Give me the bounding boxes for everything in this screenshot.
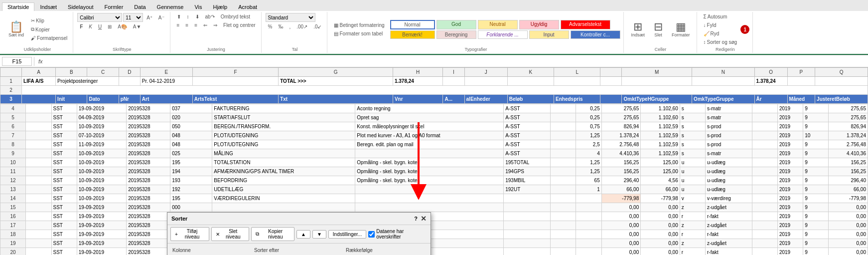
font-color-button[interactable]: A▼: [131, 23, 144, 30]
cell-m1[interactable]: [622, 77, 692, 86]
cell-e1[interactable]: Pr. 04-12-2019: [140, 77, 192, 86]
cell-m9[interactable]: s-matr: [706, 149, 752, 158]
cell-p19[interactable]: 9: [803, 239, 829, 248]
col-g[interactable]: G: [279, 68, 393, 77]
cell-n4[interactable]: [752, 104, 777, 113]
cell-n10[interactable]: [752, 158, 777, 167]
autosum-button[interactable]: Σ Autosum: [701, 13, 740, 20]
cell-i17[interactable]: [551, 221, 576, 230]
cell-a8[interactable]: [26, 140, 51, 149]
cell-j3[interactable]: alEnheder: [464, 95, 507, 104]
cell-o12[interactable]: 2019: [777, 176, 803, 185]
cell-i5[interactable]: [551, 113, 576, 122]
cell-lx16[interactable]: r: [680, 212, 705, 221]
cell-k6[interactable]: 826,94: [601, 122, 641, 131]
options-button[interactable]: Indstillinger...: [328, 230, 366, 239]
cell-o8[interactable]: 2019: [777, 140, 803, 149]
cell-c8[interactable]: 11-09-2019: [77, 140, 126, 149]
cell-q11[interactable]: 156,25: [829, 167, 868, 176]
cell-a12[interactable]: [26, 176, 51, 185]
italic-button[interactable]: K: [86, 23, 95, 30]
cell-f15[interactable]: [212, 203, 355, 212]
cell-c11[interactable]: 10-09-2019: [77, 167, 126, 176]
cell-lx15[interactable]: z: [680, 203, 705, 212]
style-bemark[interactable]: Bemærk!: [390, 30, 435, 39]
cell-i14[interactable]: [551, 194, 576, 203]
cell-d8[interactable]: 20195328: [127, 140, 170, 149]
cell-a17[interactable]: [26, 221, 51, 230]
cell-f6[interactable]: BEREGN./TRANSFORM.: [212, 122, 355, 131]
cell-o20[interactable]: 2019: [777, 248, 803, 255]
cell-j8[interactable]: 2,5: [576, 140, 601, 149]
cell-i20[interactable]: [551, 248, 576, 255]
cell-a6[interactable]: [26, 122, 51, 131]
cell-h4[interactable]: A-SST: [504, 104, 551, 113]
cell-q6[interactable]: 826,94: [829, 122, 868, 131]
cell-l8[interactable]: 1.102,59: [641, 140, 680, 149]
cell-c16[interactable]: 19-09-2019: [77, 212, 126, 221]
style-kontrol[interactable]: Kontroller c...: [571, 30, 620, 39]
cell-d1[interactable]: [119, 77, 140, 86]
cell-l13[interactable]: 66,00: [641, 185, 680, 194]
copy-button[interactable]: ⧉ Kopier: [28, 25, 70, 33]
cell-d3[interactable]: pNr: [119, 95, 140, 104]
cell-b5[interactable]: SST: [51, 113, 77, 122]
tab-startside[interactable]: Startside: [2, 2, 34, 11]
cell-k12[interactable]: 296,40: [601, 176, 641, 185]
cell-d11[interactable]: 20195328: [127, 167, 170, 176]
style-forklarende[interactable]: Forklarende ...: [478, 30, 528, 39]
cell-o11[interactable]: 2019: [777, 167, 803, 176]
align-top-button[interactable]: ⬆: [174, 13, 183, 20]
cell-o6[interactable]: 2019: [777, 122, 803, 131]
cell-lx18[interactable]: r: [680, 230, 705, 239]
cell-g3[interactable]: Txt: [279, 95, 393, 104]
cell-o10[interactable]: 2019: [777, 158, 803, 167]
cell-lx13[interactable]: u: [680, 185, 705, 194]
cell-n20[interactable]: [752, 248, 777, 255]
cell-i7[interactable]: [551, 131, 576, 140]
cell-h12[interactable]: 193MBIL: [504, 176, 551, 185]
cell-q17[interactable]: 0,00: [829, 221, 868, 230]
cell-m6[interactable]: s-prod: [706, 122, 752, 131]
col-b[interactable]: B: [56, 68, 87, 77]
cell-k13[interactable]: 66,00: [601, 185, 641, 194]
cell-a18[interactable]: [26, 230, 51, 239]
cell-j6[interactable]: 0,75: [576, 122, 601, 131]
cell-j18[interactable]: [576, 230, 601, 239]
tab-acrobat[interactable]: Acrobat: [233, 2, 263, 11]
cell-g1[interactable]: TOTAL >>>: [279, 77, 393, 86]
col-d[interactable]: D: [119, 68, 140, 77]
cell-lx19[interactable]: z: [680, 239, 705, 248]
increase-decimal-button[interactable]: .00↗: [294, 23, 310, 30]
cell-f12[interactable]: BEFORDRING: [212, 176, 355, 185]
cell-e4[interactable]: 037: [170, 104, 212, 113]
clear-button[interactable]: 🧹 Ryd: [701, 30, 740, 37]
cell-f1[interactable]: [192, 77, 278, 86]
cell-m18[interactable]: r-fakt: [706, 230, 752, 239]
cell-p9[interactable]: 9: [803, 149, 829, 158]
cell-o18[interactable]: 2019: [777, 230, 803, 239]
cell-lx3[interactable]: [600, 95, 622, 104]
cell-j9[interactable]: 4: [576, 149, 601, 158]
cell-q12[interactable]: 296,40: [829, 176, 868, 185]
cell-g8[interactable]: Beregn. edit. plan og mail: [355, 140, 504, 149]
cell-lx10[interactable]: u: [680, 158, 705, 167]
cell-b14[interactable]: SST: [51, 194, 77, 203]
font-size-select[interactable]: 11: [123, 13, 143, 22]
cell-o5[interactable]: 2019: [777, 113, 803, 122]
cell-k11[interactable]: 156,25: [601, 167, 641, 176]
col-n[interactable]: N: [692, 68, 754, 77]
cell-n15[interactable]: [752, 203, 777, 212]
cell-e6[interactable]: 050: [170, 122, 212, 131]
cell-a16[interactable]: [26, 212, 51, 221]
cell-c3[interactable]: Dato: [87, 95, 119, 104]
cell-o7[interactable]: 2019: [777, 131, 803, 140]
cell-q4[interactable]: 275,65: [829, 104, 868, 113]
cell-a1[interactable]: LIFA A/S: [22, 77, 56, 86]
currency-button[interactable]: %: [266, 23, 275, 30]
has-headers-checkbox[interactable]: [368, 231, 375, 238]
cell-c12[interactable]: 10-09-2019: [77, 176, 126, 185]
cell-j19[interactable]: [576, 239, 601, 248]
cell-n8[interactable]: [752, 140, 777, 149]
cell-i4[interactable]: [551, 104, 576, 113]
